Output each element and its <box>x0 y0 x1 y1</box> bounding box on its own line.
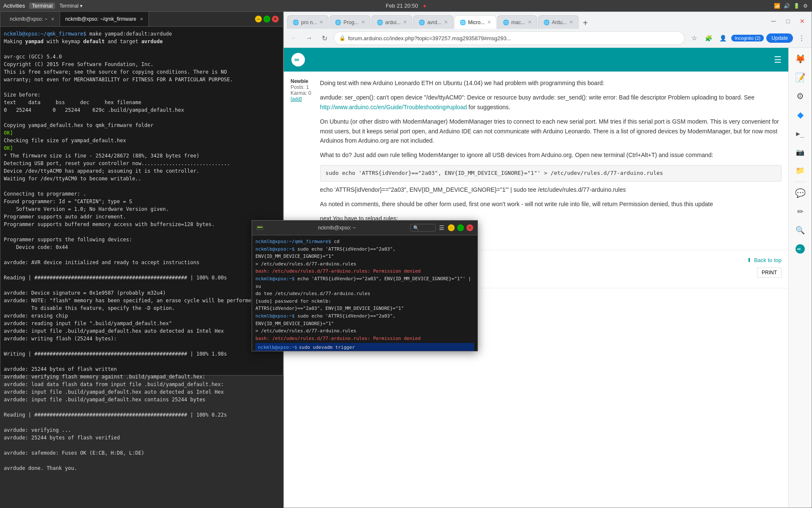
maximize-btn[interactable]: □ <box>263 16 270 22</box>
address-bar[interactable]: 🔒 forum.arduino.cc/index.php?topic=39725… <box>334 31 685 45</box>
update-button[interactable]: Update <box>766 33 793 43</box>
tab5-label: Micro... <box>468 19 485 25</box>
bookmark-star-icon[interactable]: ☆ <box>688 32 700 44</box>
float-maximize-btn[interactable]: □ <box>457 224 464 231</box>
arduino-sidebar-icon[interactable]: ∞ <box>793 241 808 257</box>
tab4-close[interactable]: ✕ <box>444 19 448 25</box>
svg-text:∞: ∞ <box>294 56 299 63</box>
forum-header: ∞ ☰ <box>284 48 788 72</box>
terminal-tab-2[interactable]: nckmlb@xpso: ~/qmk_firmware ✕ <box>60 12 149 26</box>
terminal-float-search[interactable] <box>410 224 436 232</box>
terminal-line: avrdude: input file .build/yampad_defaul… <box>4 327 280 335</box>
activities-label[interactable]: Activities <box>3 3 25 9</box>
browser-tab-4[interactable]: 🌐 avrd... ✕ <box>413 15 453 29</box>
terminal-sidebar-icon[interactable]: ▶_ <box>793 126 808 141</box>
forum-menu-btn[interactable]: ☰ <box>774 55 782 65</box>
screenshot-sidebar-icon[interactable]: 📷 <box>793 144 808 160</box>
post-container: Newbie Posts: 1 Karma: 0 [add] Doing tes… <box>291 78 782 243</box>
pencil-sidebar-icon[interactable]: ✏ <box>793 204 808 219</box>
volume-icon[interactable]: 🔊 <box>784 3 790 9</box>
browser-toolbar: ← → ↻ 🔒 forum.arduino.cc/index.php?topic… <box>284 29 812 47</box>
search-sidebar-icon[interactable]: 🔍 <box>793 223 808 238</box>
tab3-label: ardui... <box>385 19 401 25</box>
karma-add-link[interactable]: [add] <box>291 96 302 102</box>
post-para-5: As noted in comments, there should be ot… <box>320 199 782 209</box>
terminal-line: Copying yampad_default.hex to qmk_firmwa… <box>4 121 280 129</box>
tab5-close[interactable]: ✕ <box>487 19 491 25</box>
new-tab-button[interactable]: + <box>579 17 591 29</box>
terminal-line: avrdude: erasing chip <box>4 312 280 320</box>
system-settings-icon[interactable]: ⚙ <box>803 3 808 9</box>
terminal-line: * The firmware size is fine - 25244/2867… <box>4 152 280 160</box>
gnome-topbar: Activities Terminal Terminal ▾ Feb 21 20… <box>0 0 812 11</box>
tf-error-1: bash: /etc/udev/rules.d/77-arduino.rules… <box>255 268 474 275</box>
terminal-line: avrdude: Device signature = 0x1e9587 (pr… <box>4 289 280 297</box>
vscode-sidebar-icon[interactable]: ◆ <box>793 107 808 122</box>
user-role: Newbie <box>291 78 313 84</box>
terminal-line: Found programmer: Id = "CATERIN"; type =… <box>4 198 280 205</box>
browser-tab-7[interactable]: 🌐 Ardu... ✕ <box>538 15 579 29</box>
tab6-label: mac... <box>511 19 525 25</box>
terminal-line: This is free software; see the source fo… <box>4 68 280 76</box>
terminal-line: avrdude: 25244 bytes of flash verified <box>4 434 280 442</box>
forward-btn[interactable]: → <box>303 32 315 44</box>
terminal-float-content: nckmlb@xpso:~/qmk_firmware$ cd nckmlb@xp… <box>252 235 477 351</box>
print-button[interactable]: PRINT <box>757 268 782 278</box>
terminal-line: avrdude: AVR device initialized and read… <box>4 259 280 266</box>
close-btn[interactable]: ✕ <box>272 16 279 22</box>
minimize-btn[interactable]: ─ <box>255 16 262 22</box>
browser-tab-2[interactable]: 🌐 Prog... ✕ <box>329 15 370 29</box>
terminal-window-bg: nckmlb@xpso: ~ ✕ nckmlb@xpso: ~/qmk_firm… <box>0 11 283 375</box>
svg-text:∞: ∞ <box>797 246 801 252</box>
extension-icon[interactable]: 🧩 <box>702 32 714 44</box>
discord-sidebar-icon[interactable]: 💬 <box>793 185 808 201</box>
post-text: Doing test with new Arduino Leonardo ETH… <box>320 78 782 243</box>
tab4-favicon: 🌐 <box>419 19 425 25</box>
post-para-4: echo 'ATTRS{idVendor}=="2a03", ENV{ID_MM… <box>320 185 782 194</box>
network-icon[interactable]: 📶 <box>774 3 780 9</box>
tab1-label: pro n... <box>301 19 317 25</box>
files-sidebar-icon[interactable]: 📁 <box>793 163 808 178</box>
terminal-menu[interactable]: Terminal <box>29 3 55 9</box>
terminal-tab2-label: nckmlb@xpso: ~/qmk_firmware <box>65 16 136 22</box>
terminal-line: avrdude: safemode: Fuses OK (E:CB, H:D8,… <box>4 449 280 457</box>
browser-minimize-btn[interactable]: ─ <box>768 15 779 27</box>
profile-icon[interactable]: 👤 <box>717 32 729 44</box>
terminal-line: text data bss dec hex filename <box>4 99 280 106</box>
troubleshoot-link[interactable]: http://www.arduino.cc/en/Guide/Troublesh… <box>320 104 467 110</box>
float-close-btn[interactable]: ✕ <box>466 224 473 231</box>
terminal-float-menu-btn[interactable]: ☰ <box>439 224 444 231</box>
terminal-line: avrdude: input file .build/yampad_defaul… <box>4 396 280 403</box>
tab7-close[interactable]: ✕ <box>569 19 573 25</box>
float-minimize-btn[interactable]: ─ <box>448 224 455 231</box>
terminal-float-window-btns: ─ □ ✕ <box>448 224 473 231</box>
terminal-line: avrdude: load data flash data from input… <box>4 381 280 388</box>
terminal-line: To disable this feature, specify the -D … <box>4 304 280 312</box>
terminal-line: 0 25244 0 25244 629c .build/yampad_defau… <box>4 106 280 114</box>
back-to-top-button[interactable]: ⬆ Back to top <box>747 257 782 263</box>
menu-icon[interactable]: ⋮ <box>796 32 807 44</box>
firefox-browser-icon[interactable]: 🦊 <box>793 51 808 66</box>
tab1-close[interactable]: ✕ <box>319 19 323 25</box>
tab3-close[interactable]: ✕ <box>403 19 407 25</box>
reload-btn[interactable]: ↻ <box>318 32 330 44</box>
browser-tab-3[interactable]: 🌐 ardui... ✕ <box>371 15 413 29</box>
ok-line-2: OK] <box>4 145 13 151</box>
tab6-close[interactable]: ✕ <box>528 19 532 25</box>
settings-sidebar-icon[interactable]: ⚙ <box>793 88 808 104</box>
terminal-tab-1[interactable]: nckmlb@xpso: ~ ✕ <box>5 12 60 26</box>
notes-sidebar-icon[interactable]: 📝 <box>793 70 808 85</box>
browser-restore-btn[interactable]: □ <box>782 15 794 27</box>
terminal-tab2-close[interactable]: ✕ <box>140 17 143 22</box>
terminal-tab1-close[interactable]: ✕ <box>51 17 55 22</box>
browser-close-btn[interactable]: ✕ <box>796 15 808 27</box>
terminal-float-title: nckmlb@xpso: ~ <box>318 225 356 231</box>
battery-icon[interactable]: 🔋 <box>793 3 800 9</box>
browser-tab-5[interactable]: 🌐 Micro... ✕ <box>454 15 497 29</box>
tab2-close[interactable]: ✕ <box>361 19 365 25</box>
terminal-line: Size before: <box>4 91 280 99</box>
incognito-badge[interactable]: Incognito (2) <box>731 35 764 41</box>
browser-tab-6[interactable]: 🌐 mac... ✕ <box>497 15 537 29</box>
browser-tab-1[interactable]: 🌐 pro n... ✕ <box>287 15 329 29</box>
back-btn[interactable]: ← <box>288 32 300 44</box>
